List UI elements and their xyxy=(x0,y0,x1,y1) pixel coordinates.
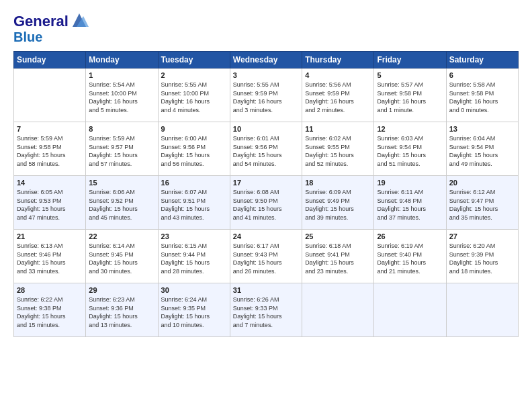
day-cell: 15Sunrise: 6:06 AM Sunset: 9:52 PM Dayli… xyxy=(86,176,158,230)
day-number: 18 xyxy=(305,179,371,187)
day-cell xyxy=(14,68,86,122)
day-cell xyxy=(302,283,374,337)
day-number: 21 xyxy=(17,232,83,240)
week-row-4: 21Sunrise: 6:13 AM Sunset: 9:46 PM Dayli… xyxy=(14,230,519,283)
day-cell: 31Sunrise: 6:26 AM Sunset: 9:33 PM Dayli… xyxy=(230,283,302,337)
day-cell: 5Sunrise: 5:57 AM Sunset: 9:58 PM Daylig… xyxy=(374,68,446,122)
day-number: 16 xyxy=(161,179,227,187)
day-number: 14 xyxy=(17,179,83,187)
day-cell: 22Sunrise: 6:14 AM Sunset: 9:45 PM Dayli… xyxy=(86,230,158,283)
day-number: 19 xyxy=(377,179,443,187)
logo: General Blue xyxy=(13,13,89,44)
day-cell: 28Sunrise: 6:22 AM Sunset: 9:38 PM Dayli… xyxy=(14,283,86,337)
day-cell: 8Sunrise: 5:59 AM Sunset: 9:57 PM Daylig… xyxy=(86,122,158,176)
logo-blue: Blue xyxy=(13,30,42,44)
day-cell: 27Sunrise: 6:20 AM Sunset: 9:39 PM Dayli… xyxy=(446,230,518,283)
day-number: 10 xyxy=(233,125,299,133)
day-cell: 10Sunrise: 6:01 AM Sunset: 9:56 PM Dayli… xyxy=(230,122,302,176)
day-detail: Sunrise: 6:14 AM Sunset: 9:45 PM Dayligh… xyxy=(89,242,154,275)
logo-icon xyxy=(70,11,89,30)
day-number: 24 xyxy=(233,232,299,240)
day-number: 8 xyxy=(89,125,154,133)
day-detail: Sunrise: 5:57 AM Sunset: 9:58 PM Dayligh… xyxy=(377,81,443,114)
day-detail: Sunrise: 6:26 AM Sunset: 9:33 PM Dayligh… xyxy=(233,295,299,329)
day-detail: Sunrise: 6:22 AM Sunset: 9:38 PM Dayligh… xyxy=(17,295,83,329)
day-detail: Sunrise: 6:20 AM Sunset: 9:39 PM Dayligh… xyxy=(449,242,515,275)
day-cell: 11Sunrise: 6:02 AM Sunset: 9:55 PM Dayli… xyxy=(302,122,374,176)
day-number: 25 xyxy=(305,232,371,240)
header: General Blue xyxy=(13,13,519,44)
day-number: 31 xyxy=(233,286,299,294)
calendar-table: SundayMondayTuesdayWednesdayThursdayFrid… xyxy=(13,51,519,337)
day-detail: Sunrise: 5:59 AM Sunset: 9:58 PM Dayligh… xyxy=(17,134,83,168)
day-detail: Sunrise: 6:04 AM Sunset: 9:54 PM Dayligh… xyxy=(449,134,515,168)
day-number: 30 xyxy=(161,286,227,294)
day-number: 2 xyxy=(161,71,227,79)
day-cell: 30Sunrise: 6:24 AM Sunset: 9:35 PM Dayli… xyxy=(158,283,230,337)
day-cell: 12Sunrise: 6:03 AM Sunset: 9:54 PM Dayli… xyxy=(374,122,446,176)
day-detail: Sunrise: 6:19 AM Sunset: 9:40 PM Dayligh… xyxy=(377,242,443,275)
day-cell: 19Sunrise: 6:11 AM Sunset: 9:48 PM Dayli… xyxy=(374,176,446,230)
day-detail: Sunrise: 6:15 AM Sunset: 9:44 PM Dayligh… xyxy=(161,242,227,275)
day-detail: Sunrise: 6:09 AM Sunset: 9:49 PM Dayligh… xyxy=(305,188,371,222)
day-cell: 16Sunrise: 6:07 AM Sunset: 9:51 PM Dayli… xyxy=(158,176,230,230)
day-number: 28 xyxy=(17,286,83,294)
day-number: 20 xyxy=(449,179,515,187)
day-detail: Sunrise: 6:03 AM Sunset: 9:54 PM Dayligh… xyxy=(377,134,443,168)
day-number: 23 xyxy=(161,232,227,240)
day-cell: 4Sunrise: 5:56 AM Sunset: 9:59 PM Daylig… xyxy=(302,68,374,122)
col-header-friday: Friday xyxy=(374,52,446,68)
day-cell: 13Sunrise: 6:04 AM Sunset: 9:54 PM Dayli… xyxy=(446,122,518,176)
header-row: SundayMondayTuesdayWednesdayThursdayFrid… xyxy=(14,52,519,68)
day-number: 13 xyxy=(449,125,515,133)
day-detail: Sunrise: 5:56 AM Sunset: 9:59 PM Dayligh… xyxy=(305,81,371,114)
day-number: 29 xyxy=(89,286,154,294)
logo-general: General xyxy=(13,13,69,30)
day-detail: Sunrise: 6:02 AM Sunset: 9:55 PM Dayligh… xyxy=(305,134,371,168)
day-cell: 29Sunrise: 6:23 AM Sunset: 9:36 PM Dayli… xyxy=(86,283,158,337)
day-detail: Sunrise: 6:11 AM Sunset: 9:48 PM Dayligh… xyxy=(377,188,443,222)
day-cell xyxy=(374,283,446,337)
day-cell: 20Sunrise: 6:12 AM Sunset: 9:47 PM Dayli… xyxy=(446,176,518,230)
col-header-monday: Monday xyxy=(86,52,158,68)
day-detail: Sunrise: 6:05 AM Sunset: 9:53 PM Dayligh… xyxy=(17,188,83,222)
day-number: 15 xyxy=(89,179,154,187)
day-cell: 3Sunrise: 5:55 AM Sunset: 9:59 PM Daylig… xyxy=(230,68,302,122)
col-header-tuesday: Tuesday xyxy=(158,52,230,68)
day-cell: 24Sunrise: 6:17 AM Sunset: 9:43 PM Dayli… xyxy=(230,230,302,283)
day-number: 6 xyxy=(449,71,515,79)
day-number: 12 xyxy=(377,125,443,133)
day-number: 17 xyxy=(233,179,299,187)
day-number: 5 xyxy=(377,71,443,79)
day-detail: Sunrise: 5:58 AM Sunset: 9:58 PM Dayligh… xyxy=(449,81,515,114)
day-cell: 18Sunrise: 6:09 AM Sunset: 9:49 PM Dayli… xyxy=(302,176,374,230)
day-cell: 2Sunrise: 5:55 AM Sunset: 10:00 PM Dayli… xyxy=(158,68,230,122)
day-cell: 26Sunrise: 6:19 AM Sunset: 9:40 PM Dayli… xyxy=(374,230,446,283)
week-row-3: 14Sunrise: 6:05 AM Sunset: 9:53 PM Dayli… xyxy=(14,176,519,230)
day-cell: 23Sunrise: 6:15 AM Sunset: 9:44 PM Dayli… xyxy=(158,230,230,283)
week-row-5: 28Sunrise: 6:22 AM Sunset: 9:38 PM Dayli… xyxy=(14,283,519,337)
day-detail: Sunrise: 5:59 AM Sunset: 9:57 PM Dayligh… xyxy=(89,134,154,168)
day-cell xyxy=(446,283,518,337)
day-cell: 14Sunrise: 6:05 AM Sunset: 9:53 PM Dayli… xyxy=(14,176,86,230)
day-cell: 7Sunrise: 5:59 AM Sunset: 9:58 PM Daylig… xyxy=(14,122,86,176)
col-header-thursday: Thursday xyxy=(302,52,374,68)
day-detail: Sunrise: 6:13 AM Sunset: 9:46 PM Dayligh… xyxy=(17,242,83,275)
day-cell: 17Sunrise: 6:08 AM Sunset: 9:50 PM Dayli… xyxy=(230,176,302,230)
day-detail: Sunrise: 5:55 AM Sunset: 10:00 PM Daylig… xyxy=(161,81,227,114)
day-cell: 6Sunrise: 5:58 AM Sunset: 9:58 PM Daylig… xyxy=(446,68,518,122)
day-detail: Sunrise: 6:07 AM Sunset: 9:51 PM Dayligh… xyxy=(161,188,227,222)
day-cell: 9Sunrise: 6:00 AM Sunset: 9:56 PM Daylig… xyxy=(158,122,230,176)
week-row-1: 1Sunrise: 5:54 AM Sunset: 10:00 PM Dayli… xyxy=(14,68,519,122)
day-number: 22 xyxy=(89,232,154,240)
day-detail: Sunrise: 6:01 AM Sunset: 9:56 PM Dayligh… xyxy=(233,134,299,168)
day-detail: Sunrise: 6:24 AM Sunset: 9:35 PM Dayligh… xyxy=(161,295,227,329)
day-detail: Sunrise: 6:12 AM Sunset: 9:47 PM Dayligh… xyxy=(449,188,515,222)
main-container: General Blue SundayMondayTuesdayWednesda… xyxy=(0,0,532,344)
day-cell: 21Sunrise: 6:13 AM Sunset: 9:46 PM Dayli… xyxy=(14,230,86,283)
day-detail: Sunrise: 6:18 AM Sunset: 9:41 PM Dayligh… xyxy=(305,242,371,275)
day-detail: Sunrise: 6:23 AM Sunset: 9:36 PM Dayligh… xyxy=(89,295,154,329)
day-detail: Sunrise: 5:54 AM Sunset: 10:00 PM Daylig… xyxy=(89,81,154,114)
day-detail: Sunrise: 5:55 AM Sunset: 9:59 PM Dayligh… xyxy=(233,81,299,114)
day-detail: Sunrise: 6:08 AM Sunset: 9:50 PM Dayligh… xyxy=(233,188,299,222)
